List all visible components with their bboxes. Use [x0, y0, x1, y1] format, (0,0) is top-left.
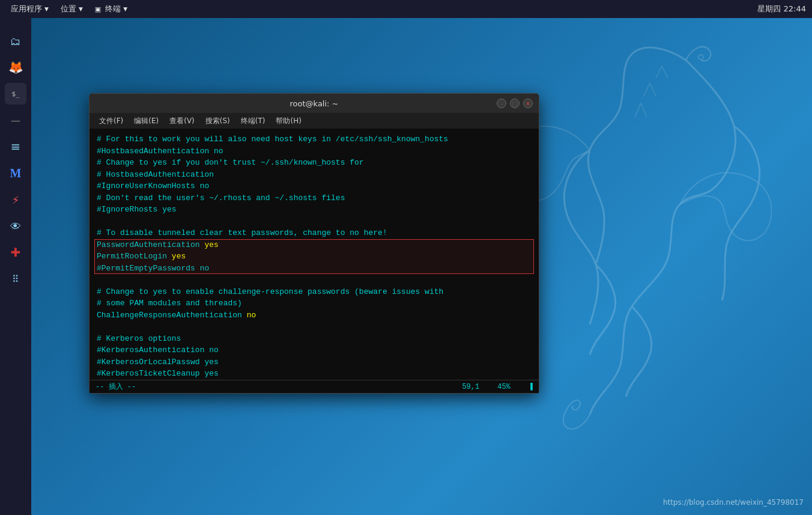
eye-icon: 👁	[10, 220, 21, 233]
window-controls: – □ ✕	[497, 99, 533, 108]
taskbar-places-menu[interactable]: 位置 ▼	[56, 2, 88, 16]
line-blank-3	[97, 321, 532, 333]
statusbar-mode: -- 插入 --	[95, 382, 136, 392]
statusbar-scroll: 45%	[497, 383, 511, 391]
terminal-arrow-icon: ▼	[123, 6, 127, 12]
text-editor-icon: ≡	[11, 139, 21, 154]
terminal-window-title: root@kali: ~	[290, 99, 339, 108]
line-1: # For this to work you will also need ho…	[97, 133, 532, 145]
line-15: # Kerberos options	[97, 333, 532, 345]
taskbar-clock: 星期四 22:44	[757, 4, 806, 14]
terminal-window: – □ ✕ root@kali: ~ 文件(F) 编辑(E) 查看(V) 搜索(…	[89, 93, 539, 394]
menu-edit[interactable]: 编辑(E)	[129, 115, 163, 127]
grid-icon: ⠿	[12, 273, 20, 285]
svg-point-0	[698, 55, 703, 59]
taskbar: 应用程序 ▼ 位置 ▼ ▣ 终端 ▼ 星期四 22:44	[0, 0, 812, 18]
line-8: # To disable tunneled clear text passwor…	[97, 227, 532, 239]
apps-arrow-icon: ▼	[44, 6, 49, 12]
line-13: # some PAM modules and threads)	[97, 297, 532, 309]
sidebar-item-burpsuite[interactable]: ⚡	[5, 189, 26, 210]
menu-help[interactable]: 帮助(H)	[271, 115, 306, 127]
sidebar-item-eye[interactable]: 👁	[5, 215, 26, 237]
line-14-challenge: ChallengeResponseAuthentication no	[97, 309, 532, 321]
line-7: #IgnoreRhosts yes	[97, 204, 532, 216]
terminal-menubar: 文件(F) 编辑(E) 查看(V) 搜索(S) 终端(T) 帮助(H)	[89, 113, 539, 129]
folder-icon: 🗂	[10, 35, 21, 47]
minimize-button[interactable]: –	[497, 99, 506, 108]
line-6: # Don't read the user's ~/.rhosts and ~/…	[97, 192, 532, 204]
taskbar-apps-menu[interactable]: 应用程序 ▼	[6, 2, 53, 16]
terminal-titlebar: – □ ✕ root@kali: ~	[89, 94, 539, 113]
menu-search[interactable]: 搜索(S)	[201, 115, 235, 127]
statusbar-right: 59,1 45% ▐	[462, 383, 533, 391]
line-18: #KerberosTicketCleanup yes	[97, 368, 532, 380]
line-11-permit-empty: #PermitEmptyPasswords no	[97, 263, 532, 275]
statusbar-position: 59,1	[462, 383, 479, 391]
line-9-password-auth: PasswordAuthentication yes	[97, 239, 532, 251]
menu-file[interactable]: 文件(F)	[94, 115, 128, 127]
maltego-icon: M	[10, 166, 22, 180]
line-10-permit-root: PermitRootLogin yes	[97, 251, 532, 263]
menu-view[interactable]: 查看(V)	[165, 115, 199, 127]
sidebar-item-files[interactable]: 🗂	[5, 30, 26, 52]
sidebar-item-separator: —	[5, 109, 26, 131]
places-arrow-icon: ▼	[79, 6, 83, 12]
line-16: #KerberosAuthentication no	[97, 344, 532, 356]
line-12: # Change to yes to enable challenge-resp…	[97, 286, 532, 298]
burpsuite-icon: ⚡	[12, 194, 20, 206]
statusbar-scrollbar: ▐	[529, 383, 533, 391]
taskbar-terminal-menu[interactable]: ▣ 终端 ▼	[90, 2, 132, 16]
line-blank-2	[97, 274, 532, 286]
close-button[interactable]: ✕	[523, 99, 533, 108]
firefox-icon: 🦊	[8, 60, 23, 75]
app-red-icon: ✚	[11, 245, 21, 260]
sidebar: 🗂 🦊 $_ — ≡ M ⚡ 👁 ✚ ⠿	[0, 18, 31, 515]
sidebar-item-app-red[interactable]: ✚	[5, 242, 26, 263]
terminal-icon: $_	[11, 90, 19, 98]
csdn-link: https://blog.csdn.net/weixin_45798017	[663, 498, 804, 507]
line-blank-1	[97, 216, 532, 228]
taskbar-left: 应用程序 ▼ 位置 ▼ ▣ 终端 ▼	[6, 2, 132, 16]
terminal-menu-icon: ▣	[95, 5, 101, 13]
line-4: # HostbasedAuthentication	[97, 169, 532, 181]
line-5: #IgnoreUserKnownHosts no	[97, 180, 532, 192]
terminal-statusbar: -- 插入 -- 59,1 45% ▐	[89, 380, 539, 393]
terminal-content[interactable]: # For this to work you will also need ho…	[89, 129, 539, 380]
sidebar-item-grid[interactable]: ⠿	[5, 268, 26, 290]
line-2: #HostbasedAuthentication no	[97, 145, 532, 157]
sidebar-item-firefox[interactable]: 🦊	[5, 56, 26, 78]
sidebar-item-maltego[interactable]: M	[5, 162, 26, 184]
sidebar-item-text-editor[interactable]: ≡	[5, 136, 26, 157]
maximize-button[interactable]: □	[510, 99, 520, 108]
minus-icon: —	[11, 115, 20, 126]
sidebar-item-terminal[interactable]: $_	[5, 83, 26, 105]
line-19: #KerberosGetAFSToken no	[97, 380, 532, 380]
menu-terminal[interactable]: 终端(T)	[236, 115, 270, 127]
line-3: # Change to yes if you don't trust ~/.ss…	[97, 157, 532, 169]
line-17: #KerberosOrLocalPasswd yes	[97, 356, 532, 368]
